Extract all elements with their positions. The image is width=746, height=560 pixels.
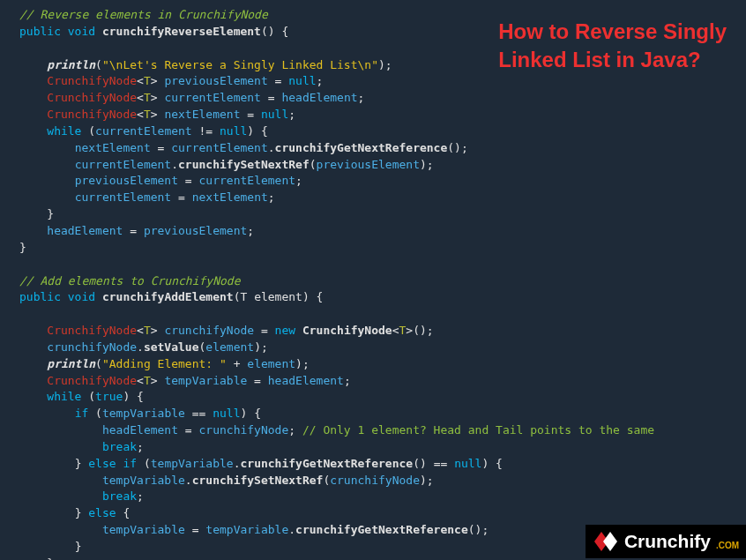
null-literal: null xyxy=(288,74,316,87)
var-current: currentElement xyxy=(164,91,261,104)
var-element: element xyxy=(205,340,254,354)
comment-reverse: // Reverse elements in CrunchifyNode xyxy=(19,8,268,21)
method-add: crunchifyAddElement xyxy=(102,290,234,303)
var-head: headElement xyxy=(281,91,357,104)
kw-void: void xyxy=(68,25,95,38)
var-next: nextElement xyxy=(164,108,240,121)
method-setvalue: setValue xyxy=(144,340,199,354)
var-previous: previousElement xyxy=(164,74,267,87)
kw-new: new xyxy=(275,324,295,337)
overlay-title: How to Reverse Singly Linked List in Jav… xyxy=(498,18,727,75)
method-reverse: crunchifyReverseElement xyxy=(102,25,261,38)
kw-break: break xyxy=(102,440,137,453)
kw-public: public xyxy=(19,25,61,38)
code-block: // Reverse elements in CrunchifyNode pub… xyxy=(0,0,746,560)
comment-add: // Add elements to CrunchifyNode xyxy=(19,274,240,287)
overlay-title-line1: How to Reverse Singly xyxy=(498,18,727,46)
svg-marker-1 xyxy=(603,532,617,551)
string-reverse-msg: "\nLet's Reverse a Singly Linked List\n" xyxy=(102,58,378,71)
logo-text: Crunchify xyxy=(624,528,711,555)
var-temp: tempVariable xyxy=(164,374,247,387)
string-adding: "Adding Element: " xyxy=(102,357,227,370)
logo-icon xyxy=(594,532,619,551)
println-call: println xyxy=(47,58,95,71)
var-crunchifynode: crunchifyNode xyxy=(164,324,254,337)
kw-else: else xyxy=(88,506,116,519)
comment-only1: // Only 1 element? Head and Tail points … xyxy=(302,423,654,437)
logo-ext: .COM xyxy=(716,540,739,553)
method-setnext: crunchifySetNextRef xyxy=(178,158,310,171)
overlay-title-line2: Linked List in Java? xyxy=(498,46,727,74)
kw-if: if xyxy=(75,407,89,420)
brand-logo: Crunchify .COM xyxy=(586,525,746,558)
kw-while: while xyxy=(47,124,81,138)
method-getnext: crunchifyGetNextReference xyxy=(275,141,448,154)
kw-elseif: else if xyxy=(88,457,137,470)
true-literal: true xyxy=(95,390,123,403)
type-crunchifynode: CrunchifyNode xyxy=(47,74,137,87)
